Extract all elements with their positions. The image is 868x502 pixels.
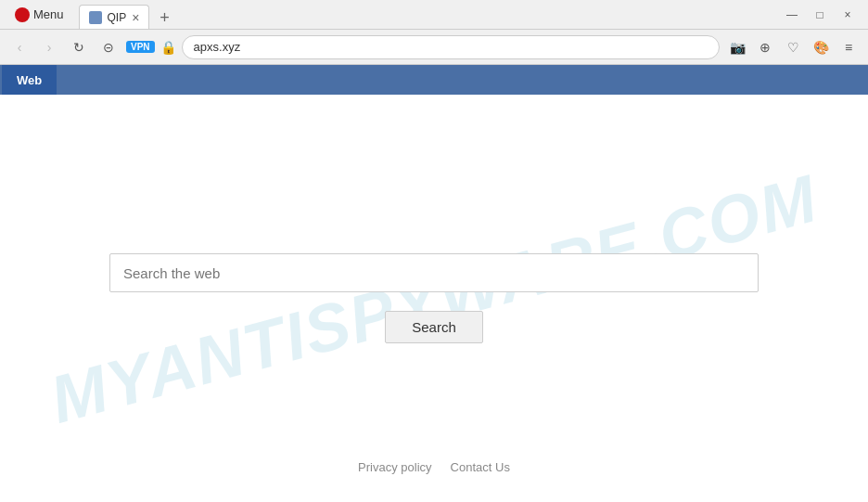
close-button[interactable]: × (835, 6, 861, 24)
footer-links: Privacy policy Contact Us (358, 460, 510, 474)
web-tab[interactable]: Web (2, 65, 57, 95)
search-input-wrapper (109, 253, 759, 292)
opera-menu-button[interactable]: Menu (7, 6, 71, 24)
tab-favicon (89, 11, 102, 24)
tab-bar: QIP × + (79, 0, 772, 29)
back-icon: ‹ (18, 40, 22, 55)
palette-icon: 🎨 (813, 40, 829, 55)
camera-icon: 📷 (730, 40, 746, 55)
heart-icon-button[interactable]: ♡ (781, 35, 805, 59)
forward-icon: › (47, 40, 52, 55)
contact-us-link[interactable]: Contact Us (451, 460, 510, 474)
menu-label: Menu (33, 7, 64, 21)
active-tab[interactable]: QIP × (79, 5, 150, 29)
vpn-badge[interactable]: VPN (126, 41, 155, 53)
forward-button[interactable]: › (37, 35, 61, 59)
url-text: apxs.xyz (194, 40, 241, 54)
settings-icon: ≡ (845, 40, 852, 55)
camera-icon-button[interactable]: 📷 (725, 35, 749, 59)
grid-button[interactable]: ⊝ (96, 35, 121, 59)
search-button[interactable]: Search (385, 311, 483, 343)
grid-icon: ⊝ (103, 40, 114, 55)
search-input[interactable] (109, 253, 759, 292)
search-section: Search (0, 253, 868, 343)
page-content: MYANTISPYWARE.COM Search Privacy policy … (0, 95, 868, 502)
lock-icon: 🔒 (160, 40, 176, 55)
title-bar: Menu QIP × + — □ × (0, 0, 868, 30)
tab-close-button[interactable]: × (132, 11, 139, 24)
settings-icon-button[interactable]: ≡ (836, 35, 861, 59)
refresh-icon: ↻ (73, 40, 84, 55)
opera-logo (15, 7, 30, 22)
minimize-button[interactable]: — (779, 6, 805, 24)
palette-icon-button[interactable]: 🎨 (809, 35, 833, 59)
privacy-policy-link[interactable]: Privacy policy (358, 460, 431, 474)
nav-actions: 📷 ⊕ ♡ 🎨 ≡ (725, 35, 861, 59)
maximize-button[interactable]: □ (807, 6, 833, 24)
nav-bar: ‹ › ↻ ⊝ VPN 🔒 apxs.xyz 📷 ⊕ ♡ 🎨 ≡ (0, 30, 868, 65)
web-tab-label: Web (17, 73, 42, 87)
tab-label: QIP (108, 11, 127, 24)
web-tab-bar: Web (0, 65, 868, 95)
heart-icon: ♡ (787, 40, 799, 55)
shield-icon: ⊕ (760, 40, 771, 55)
refresh-button[interactable]: ↻ (67, 35, 91, 59)
back-button[interactable]: ‹ (7, 35, 32, 59)
new-tab-button[interactable]: + (153, 6, 175, 29)
window-controls: — □ × (779, 6, 861, 24)
shield-icon-button[interactable]: ⊕ (753, 35, 777, 59)
address-bar[interactable]: apxs.xyz (182, 35, 720, 59)
